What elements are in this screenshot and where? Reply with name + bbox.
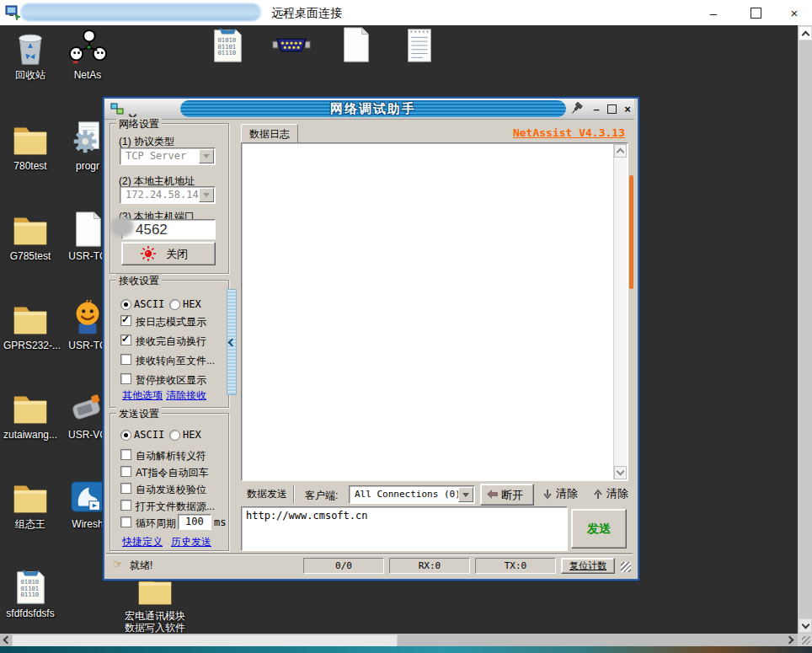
checkbox-label: 按日志模式显示	[136, 315, 206, 329]
app-minimize-icon[interactable]: –	[590, 102, 603, 115]
desktop-icon-notepad-doc[interactable]	[393, 25, 446, 64]
app-maximize-icon[interactable]	[605, 102, 618, 115]
desktop-icon-sfdfdsfdsfs[interactable]: 01010 01101 01110 sfdfdsfdsfs	[3, 567, 57, 619]
desktop-icon-recycle-bin[interactable]: 回收站	[3, 29, 57, 81]
group-title: 网络设置	[116, 117, 162, 131]
history-send-link[interactable]: 历史发送	[171, 535, 211, 549]
auto-checksum-checkbox[interactable]	[120, 483, 131, 494]
auto-escape-checkbox[interactable]	[120, 449, 131, 460]
client-combobox[interactable]: All Connections (0)	[349, 485, 475, 504]
dropdown-arrow-icon[interactable]	[458, 487, 473, 502]
binary-file-icon: 01010 01101 01110	[208, 25, 247, 64]
tab-data-log[interactable]: 数据日志	[241, 124, 298, 143]
network-settings-group: 网络设置 (1) 协议类型 TCP Server (2) 本地主机地址 172.…	[110, 123, 229, 274]
protocol-combobox[interactable]: TCP Server	[120, 147, 216, 165]
desktop-icon-label: 780test	[3, 160, 57, 172]
data-log-area[interactable]	[241, 142, 628, 481]
app-system-menu-icon[interactable]	[110, 103, 124, 115]
desktop-icon-capture-file[interactable]: 01010 01101 01110	[200, 25, 254, 64]
close-icon[interactable]: ×	[780, 0, 809, 25]
dropdown-arrow-icon[interactable]	[199, 149, 214, 163]
desktop-icon-serial-port[interactable]	[264, 27, 318, 66]
scroll-up-icon[interactable]	[799, 26, 812, 40]
protocol-value: TCP Server	[126, 150, 186, 162]
loop-period-checkbox[interactable]	[120, 517, 131, 527]
clear-send-button[interactable]: 清除	[593, 486, 628, 501]
at-cr-checkbox[interactable]	[120, 466, 131, 477]
send-hex-radio[interactable]	[169, 430, 180, 441]
send-button-label: 发送	[587, 522, 611, 537]
desktop-icon-gprs232[interactable]: GPRS232-...	[3, 299, 57, 351]
clear-receive-link[interactable]: 清除接收	[166, 388, 206, 403]
serial-port-icon	[272, 27, 311, 66]
reset-count-label: 复位计数	[569, 559, 606, 572]
auto-linefeed-checkbox[interactable]	[120, 335, 131, 345]
loop-period-label: 循环周期	[136, 517, 176, 531]
netassist-window: 网络调试助手 – × 网络设置 (1) 协议类型 TCP Server	[103, 97, 639, 581]
version-link[interactable]: NetAssist V4.3.13	[467, 126, 625, 139]
desktop-icon-zutaiwang-king[interactable]: 组态王	[3, 478, 57, 530]
file-source-checkbox[interactable]	[120, 500, 131, 511]
minimize-icon[interactable]: –	[699, 0, 728, 25]
checkbox-label: 接收完自动换行	[136, 335, 206, 349]
app-close-icon[interactable]: ×	[621, 102, 634, 115]
side-orange-scroll-thumb[interactable]	[629, 175, 633, 289]
recv-ascii-radio[interactable]	[120, 299, 131, 310]
quick-define-link[interactable]: 快捷定义	[122, 535, 163, 549]
checkbox-label: 暂停接收区显示	[136, 373, 206, 388]
host-value: 172.24.58.140	[126, 189, 205, 201]
desktop-icon-zutaiwang[interactable]: zutaiwang...	[3, 388, 57, 441]
send-button[interactable]: 发送	[571, 509, 627, 549]
disconnect-button[interactable]: 断开	[480, 484, 534, 506]
loop-period-input[interactable]: 100	[178, 514, 211, 530]
recv-to-file-checkbox[interactable]	[120, 354, 131, 365]
desktop-icon-netassist[interactable]: NetAs	[61, 29, 115, 81]
desktop-vscrollbar[interactable]	[798, 25, 812, 634]
port-input[interactable]: 4562	[121, 219, 216, 239]
client-value: All Connections (0)	[355, 489, 461, 500]
log-scrollbar[interactable]	[613, 144, 627, 479]
scroll-down-icon[interactable]	[799, 618, 812, 633]
hscroll-thumb[interactable]	[12, 634, 398, 647]
checkbox-label: 接收转向至文件...	[136, 354, 215, 368]
desktop-icon-g785test[interactable]: G785test	[3, 210, 57, 262]
pin-icon[interactable]	[569, 102, 583, 115]
recv-hex-radio[interactable]	[169, 299, 180, 310]
connection-close-button[interactable]: 关闭	[121, 242, 216, 265]
panel-collapse-handle[interactable]	[227, 289, 237, 395]
log-mode-checkbox[interactable]	[120, 315, 131, 326]
desktop-icon-label: GPRS232-...	[3, 340, 57, 351]
send-input-area[interactable]: http://www.cmsoft.cn	[241, 506, 568, 551]
netassist-titlebar[interactable]: 网络调试助手 – ×	[104, 99, 634, 120]
window-resize-grip[interactable]	[621, 562, 631, 572]
svg-text:01110: 01110	[218, 49, 237, 56]
reset-count-button[interactable]: 复位计数	[561, 558, 615, 574]
scroll-up-icon[interactable]	[614, 144, 627, 158]
pause-display-checkbox[interactable]	[120, 373, 131, 384]
status-bar: ☞ 就绪! 0/0 RX:0 TX:0 复位计数	[106, 554, 633, 574]
clear-receive-button[interactable]: 清除	[542, 486, 578, 501]
desktop-icon-780test[interactable]: 780test	[3, 120, 57, 172]
tab-data-send[interactable]: 数据发送	[241, 485, 294, 503]
host-combobox[interactable]: 172.24.58.140	[120, 186, 216, 204]
notepad-icon	[400, 25, 439, 64]
redacted-connection-name	[20, 3, 261, 21]
desktop-icon-label: 组态王	[3, 518, 57, 530]
folder-icon	[11, 210, 50, 249]
left-arrow-icon	[487, 490, 498, 499]
maximize-icon[interactable]	[741, 0, 770, 25]
scrollbar-corner-grip[interactable]	[798, 634, 812, 646]
send-ascii-radio[interactable]	[120, 430, 131, 441]
dropdown-arrow-icon[interactable]	[199, 188, 214, 202]
desktop-icon-label: 宏电通讯模块	[123, 610, 187, 622]
client-label: 客户端:	[305, 489, 338, 503]
desktop-icon-blank-doc[interactable]	[329, 25, 382, 64]
other-options-link[interactable]: 其他选项	[122, 388, 163, 403]
arrow-down-icon	[542, 489, 553, 500]
scroll-right-icon[interactable]	[785, 634, 797, 646]
mascot-icon	[68, 299, 107, 338]
desktop-hscrollbar[interactable]	[0, 634, 798, 646]
collapse-left-icon	[227, 338, 236, 346]
scroll-down-icon[interactable]	[614, 466, 627, 479]
scroll-left-icon[interactable]	[0, 634, 11, 646]
